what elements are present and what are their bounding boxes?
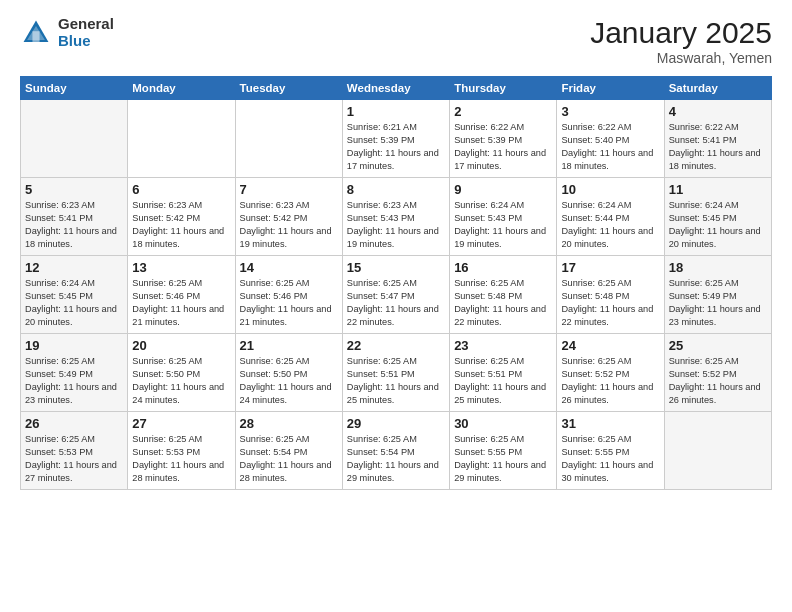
day-number: 4 — [669, 104, 767, 119]
calendar-cell: 26Sunrise: 6:25 AMSunset: 5:53 PMDayligh… — [21, 412, 128, 490]
day-number: 10 — [561, 182, 659, 197]
col-tuesday: Tuesday — [235, 77, 342, 100]
calendar-cell — [128, 100, 235, 178]
col-monday: Monday — [128, 77, 235, 100]
day-info: Sunrise: 6:25 AMSunset: 5:54 PMDaylight:… — [347, 433, 445, 485]
day-number: 18 — [669, 260, 767, 275]
day-number: 24 — [561, 338, 659, 353]
day-info: Sunrise: 6:22 AMSunset: 5:39 PMDaylight:… — [454, 121, 552, 173]
day-info: Sunrise: 6:24 AMSunset: 5:43 PMDaylight:… — [454, 199, 552, 251]
day-info: Sunrise: 6:25 AMSunset: 5:46 PMDaylight:… — [132, 277, 230, 329]
day-info: Sunrise: 6:25 AMSunset: 5:51 PMDaylight:… — [347, 355, 445, 407]
day-info: Sunrise: 6:25 AMSunset: 5:54 PMDaylight:… — [240, 433, 338, 485]
day-info: Sunrise: 6:23 AMSunset: 5:43 PMDaylight:… — [347, 199, 445, 251]
week-row-1: 1Sunrise: 6:21 AMSunset: 5:39 PMDaylight… — [21, 100, 772, 178]
day-number: 3 — [561, 104, 659, 119]
calendar-cell: 22Sunrise: 6:25 AMSunset: 5:51 PMDayligh… — [342, 334, 449, 412]
day-number: 26 — [25, 416, 123, 431]
day-number: 11 — [669, 182, 767, 197]
day-info: Sunrise: 6:25 AMSunset: 5:55 PMDaylight:… — [454, 433, 552, 485]
calendar-cell — [664, 412, 771, 490]
day-number: 9 — [454, 182, 552, 197]
calendar-cell: 17Sunrise: 6:25 AMSunset: 5:48 PMDayligh… — [557, 256, 664, 334]
calendar-cell: 10Sunrise: 6:24 AMSunset: 5:44 PMDayligh… — [557, 178, 664, 256]
logo-icon — [20, 17, 52, 49]
calendar-cell: 5Sunrise: 6:23 AMSunset: 5:41 PMDaylight… — [21, 178, 128, 256]
day-info: Sunrise: 6:25 AMSunset: 5:55 PMDaylight:… — [561, 433, 659, 485]
day-number: 27 — [132, 416, 230, 431]
calendar-cell: 7Sunrise: 6:23 AMSunset: 5:42 PMDaylight… — [235, 178, 342, 256]
day-info: Sunrise: 6:21 AMSunset: 5:39 PMDaylight:… — [347, 121, 445, 173]
day-info: Sunrise: 6:25 AMSunset: 5:49 PMDaylight:… — [25, 355, 123, 407]
calendar-cell: 21Sunrise: 6:25 AMSunset: 5:50 PMDayligh… — [235, 334, 342, 412]
week-row-3: 12Sunrise: 6:24 AMSunset: 5:45 PMDayligh… — [21, 256, 772, 334]
day-number: 15 — [347, 260, 445, 275]
page: General Blue January 2025 Maswarah, Yeme… — [0, 0, 792, 612]
calendar-cell: 30Sunrise: 6:25 AMSunset: 5:55 PMDayligh… — [450, 412, 557, 490]
day-info: Sunrise: 6:25 AMSunset: 5:53 PMDaylight:… — [25, 433, 123, 485]
day-info: Sunrise: 6:23 AMSunset: 5:41 PMDaylight:… — [25, 199, 123, 251]
calendar-header-row: Sunday Monday Tuesday Wednesday Thursday… — [21, 77, 772, 100]
logo-text: General Blue — [58, 16, 114, 49]
day-info: Sunrise: 6:25 AMSunset: 5:49 PMDaylight:… — [669, 277, 767, 329]
week-row-2: 5Sunrise: 6:23 AMSunset: 5:41 PMDaylight… — [21, 178, 772, 256]
title-block: January 2025 Maswarah, Yemen — [590, 16, 772, 66]
day-number: 21 — [240, 338, 338, 353]
calendar-cell: 16Sunrise: 6:25 AMSunset: 5:48 PMDayligh… — [450, 256, 557, 334]
calendar-cell: 25Sunrise: 6:25 AMSunset: 5:52 PMDayligh… — [664, 334, 771, 412]
day-number: 28 — [240, 416, 338, 431]
calendar-cell: 8Sunrise: 6:23 AMSunset: 5:43 PMDaylight… — [342, 178, 449, 256]
day-number: 8 — [347, 182, 445, 197]
day-number: 30 — [454, 416, 552, 431]
day-info: Sunrise: 6:25 AMSunset: 5:48 PMDaylight:… — [454, 277, 552, 329]
logo-general-label: General — [58, 16, 114, 33]
day-number: 7 — [240, 182, 338, 197]
day-info: Sunrise: 6:22 AMSunset: 5:40 PMDaylight:… — [561, 121, 659, 173]
day-info: Sunrise: 6:25 AMSunset: 5:53 PMDaylight:… — [132, 433, 230, 485]
calendar-cell: 12Sunrise: 6:24 AMSunset: 5:45 PMDayligh… — [21, 256, 128, 334]
day-info: Sunrise: 6:23 AMSunset: 5:42 PMDaylight:… — [240, 199, 338, 251]
day-number: 13 — [132, 260, 230, 275]
day-info: Sunrise: 6:25 AMSunset: 5:52 PMDaylight:… — [561, 355, 659, 407]
week-row-4: 19Sunrise: 6:25 AMSunset: 5:49 PMDayligh… — [21, 334, 772, 412]
calendar-cell: 20Sunrise: 6:25 AMSunset: 5:50 PMDayligh… — [128, 334, 235, 412]
col-sunday: Sunday — [21, 77, 128, 100]
calendar-cell: 14Sunrise: 6:25 AMSunset: 5:46 PMDayligh… — [235, 256, 342, 334]
calendar-cell: 11Sunrise: 6:24 AMSunset: 5:45 PMDayligh… — [664, 178, 771, 256]
day-number: 5 — [25, 182, 123, 197]
calendar-cell: 23Sunrise: 6:25 AMSunset: 5:51 PMDayligh… — [450, 334, 557, 412]
day-info: Sunrise: 6:25 AMSunset: 5:51 PMDaylight:… — [454, 355, 552, 407]
day-number: 2 — [454, 104, 552, 119]
calendar-cell: 18Sunrise: 6:25 AMSunset: 5:49 PMDayligh… — [664, 256, 771, 334]
calendar-cell: 27Sunrise: 6:25 AMSunset: 5:53 PMDayligh… — [128, 412, 235, 490]
day-number: 1 — [347, 104, 445, 119]
calendar-cell — [21, 100, 128, 178]
day-number: 25 — [669, 338, 767, 353]
week-row-5: 26Sunrise: 6:25 AMSunset: 5:53 PMDayligh… — [21, 412, 772, 490]
day-info: Sunrise: 6:25 AMSunset: 5:50 PMDaylight:… — [132, 355, 230, 407]
location: Maswarah, Yemen — [590, 50, 772, 66]
header: General Blue January 2025 Maswarah, Yeme… — [20, 16, 772, 66]
calendar-cell: 31Sunrise: 6:25 AMSunset: 5:55 PMDayligh… — [557, 412, 664, 490]
calendar-cell: 29Sunrise: 6:25 AMSunset: 5:54 PMDayligh… — [342, 412, 449, 490]
day-number: 23 — [454, 338, 552, 353]
svg-rect-2 — [32, 31, 39, 42]
day-info: Sunrise: 6:25 AMSunset: 5:50 PMDaylight:… — [240, 355, 338, 407]
calendar: Sunday Monday Tuesday Wednesday Thursday… — [20, 76, 772, 490]
day-number: 16 — [454, 260, 552, 275]
calendar-cell: 4Sunrise: 6:22 AMSunset: 5:41 PMDaylight… — [664, 100, 771, 178]
calendar-cell — [235, 100, 342, 178]
calendar-cell: 2Sunrise: 6:22 AMSunset: 5:39 PMDaylight… — [450, 100, 557, 178]
day-info: Sunrise: 6:24 AMSunset: 5:45 PMDaylight:… — [669, 199, 767, 251]
day-number: 6 — [132, 182, 230, 197]
calendar-cell: 19Sunrise: 6:25 AMSunset: 5:49 PMDayligh… — [21, 334, 128, 412]
calendar-cell: 28Sunrise: 6:25 AMSunset: 5:54 PMDayligh… — [235, 412, 342, 490]
calendar-cell: 13Sunrise: 6:25 AMSunset: 5:46 PMDayligh… — [128, 256, 235, 334]
col-thursday: Thursday — [450, 77, 557, 100]
calendar-cell: 6Sunrise: 6:23 AMSunset: 5:42 PMDaylight… — [128, 178, 235, 256]
day-number: 14 — [240, 260, 338, 275]
col-friday: Friday — [557, 77, 664, 100]
day-number: 17 — [561, 260, 659, 275]
day-number: 12 — [25, 260, 123, 275]
col-saturday: Saturday — [664, 77, 771, 100]
